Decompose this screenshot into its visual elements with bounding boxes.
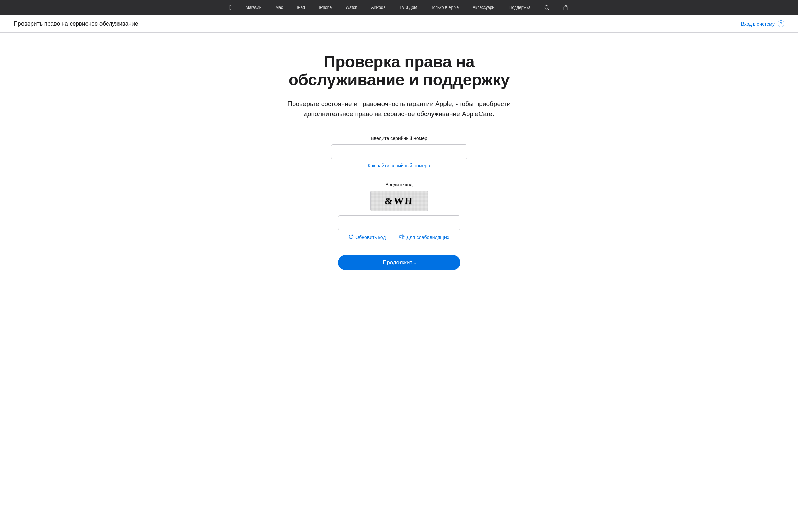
subheader-actions: Вход в систему ? <box>741 20 784 27</box>
serial-number-label: Введите серийный номер <box>331 136 467 141</box>
search-icon[interactable] <box>540 0 553 15</box>
main-content: Проверка права на обслуживание и поддерж… <box>0 33 798 297</box>
bag-icon[interactable] <box>559 0 573 15</box>
captcha-section: Введите код &WH Обновить код <box>331 182 467 240</box>
nav-item-support[interactable]: Поддержка <box>505 0 535 15</box>
nav-item-ipad[interactable]: iPad <box>293 0 309 15</box>
apple-logo[interactable]:  <box>225 0 236 15</box>
refresh-captcha-link[interactable]: Обновить код <box>349 234 386 240</box>
form-section: Введите серийный номер Как найти серийны… <box>331 136 467 270</box>
svg-marker-3 <box>400 235 402 239</box>
svg-line-1 <box>548 9 549 10</box>
continue-button[interactable]: Продолжить <box>338 255 460 270</box>
nav-item-iphone[interactable]: iPhone <box>315 0 336 15</box>
nav-item-only-apple[interactable]: Только в Apple <box>427 0 463 15</box>
captcha-label: Введите код <box>386 182 413 187</box>
navigation:  Магазин Mac iPad iPhone Watch AirPods … <box>0 0 798 15</box>
audio-icon <box>399 234 405 240</box>
audio-captcha-link[interactable]: Для слабовидящих <box>399 234 449 240</box>
refresh-label: Обновить код <box>355 235 386 240</box>
captcha-image: &WH <box>370 191 428 211</box>
subheader-title: Проверить право на сервисное обслуживани… <box>14 20 138 27</box>
captcha-actions: Обновить код Для слабовидящих <box>349 234 449 240</box>
captcha-text: &WH <box>384 195 414 206</box>
refresh-icon <box>349 234 354 240</box>
find-serial-link[interactable]: Как найти серийный номер › <box>367 163 431 168</box>
captcha-input[interactable] <box>338 215 460 230</box>
page-subtext: Проверьте состояние и правомочность гара… <box>283 99 515 120</box>
nav-item-tv[interactable]: TV и Дом <box>395 0 421 15</box>
page-headline: Проверка права на обслуживание и поддерж… <box>280 53 518 89</box>
serial-number-group: Введите серийный номер Как найти серийны… <box>331 136 467 168</box>
svg-rect-2 <box>564 7 568 10</box>
help-circle-button[interactable]: ? <box>778 20 784 27</box>
nav-item-airpods[interactable]: AirPods <box>367 0 390 15</box>
nav-item-store[interactable]: Магазин <box>241 0 265 15</box>
subheader: Проверить право на сервисное обслуживани… <box>0 15 798 33</box>
nav-item-mac[interactable]: Mac <box>271 0 287 15</box>
nav-item-accessories[interactable]: Аксессуары <box>469 0 499 15</box>
serial-number-input[interactable] <box>331 144 467 159</box>
audio-label: Для слабовидящих <box>406 235 449 240</box>
nav-item-watch[interactable]: Watch <box>342 0 361 15</box>
signin-link[interactable]: Вход в систему <box>741 21 775 27</box>
